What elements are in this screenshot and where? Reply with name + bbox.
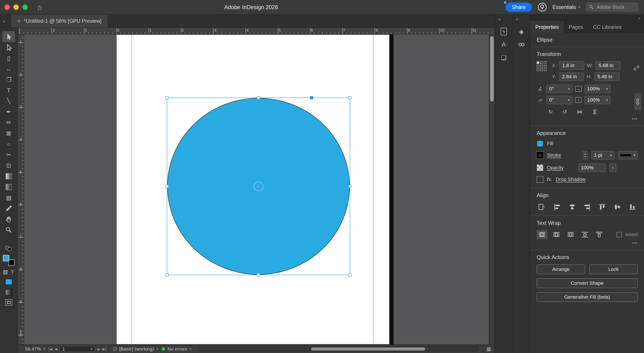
vertical-scrollbar[interactable] <box>489 35 495 344</box>
minimize-window-button[interactable] <box>14 5 19 10</box>
gradient-feather-tool[interactable] <box>2 182 15 192</box>
scale-x-combo[interactable]: 100% ▾ <box>584 85 610 93</box>
first-page-button[interactable]: ◀ <box>49 347 52 351</box>
rectangle-frame-tool[interactable]: ⊠ <box>2 128 15 139</box>
h-field[interactable]: 5.48 in <box>594 73 620 81</box>
scale-y-combo[interactable]: 100% ▾ <box>584 96 610 104</box>
gap-tool[interactable]: ↔ <box>2 64 15 74</box>
horizontal-scrollbar-thumb[interactable] <box>311 347 425 350</box>
formatting-affects-text-button[interactable]: T <box>11 270 14 275</box>
content-collector-tool[interactable]: ❐ <box>2 74 15 85</box>
document-tab[interactable]: × *Untitled-1 @ 56% [GPU Preview] <box>10 15 108 28</box>
share-button[interactable]: Share <box>506 3 532 12</box>
text-wrap-more-options[interactable]: ••• <box>537 241 638 246</box>
stroke-style-combo[interactable]: ▾ <box>618 151 638 160</box>
tab-pages[interactable]: Pages <box>564 21 588 33</box>
constrain-dimensions-link-icon[interactable] <box>633 65 640 71</box>
workspace-switcher[interactable]: Essentials ˅ <box>552 4 580 10</box>
rotation-angle-combo[interactable]: 0° ▾ <box>546 85 572 93</box>
vertical-scrollbar-thumb[interactable] <box>490 36 494 102</box>
opacity-expand-button[interactable]: › <box>610 164 616 172</box>
generative-fill-button[interactable]: Generative Fill (beta) <box>537 292 638 302</box>
preflight-status-dropdown[interactable]: No errors ˅ <box>162 346 192 352</box>
close-tab-icon[interactable]: × <box>17 18 20 24</box>
selection-bounding-box[interactable] <box>167 98 350 275</box>
pen-tool[interactable]: ✒ <box>2 107 15 117</box>
collapse-panel-icon[interactable]: » <box>638 16 640 21</box>
grid-view-icon[interactable]: ▦ <box>486 346 491 352</box>
no-text-wrap-button[interactable] <box>537 230 548 239</box>
rotate-90-cw-button[interactable]: ↻ <box>548 109 553 115</box>
selection-tool[interactable] <box>2 31 15 42</box>
wrap-around-bounding-box-button[interactable] <box>551 230 562 239</box>
zoom-tool[interactable] <box>2 225 15 235</box>
stroke-color-swatch[interactable] <box>537 152 544 159</box>
expand-panels-icon[interactable]: « <box>513 15 518 26</box>
gradient-swatch-tool[interactable] <box>2 171 15 182</box>
jump-object-button[interactable] <box>580 230 590 239</box>
x-field[interactable]: 1.6 in <box>559 61 584 70</box>
selection-handle-n[interactable] <box>257 96 260 99</box>
reference-point-proxy[interactable] <box>537 61 548 72</box>
layers-panel-icon[interactable]: ◈ <box>516 26 527 37</box>
canvas[interactable]: 1 2 3 4 5 6 7 8 9 10 <box>18 35 495 344</box>
hand-tool[interactable] <box>2 214 15 225</box>
selection-handle-s[interactable] <box>257 273 260 276</box>
links-panel-icon[interactable] <box>516 39 527 50</box>
jump-to-next-column-button[interactable] <box>594 230 605 239</box>
page-tool[interactable]: ▯ <box>2 53 15 64</box>
direct-selection-tool[interactable] <box>2 42 15 53</box>
selection-handle-w[interactable] <box>166 185 168 188</box>
last-page-button[interactable]: ▶ <box>103 347 106 351</box>
convert-shape-button[interactable]: Convert Shape <box>537 278 638 288</box>
preflight-profile-dropdown[interactable]: [Basic] (working) ˅ <box>113 346 158 352</box>
adobe-stock-search-input[interactable]: Adobe Stock <box>586 3 639 12</box>
selection-handle-ne[interactable] <box>348 96 352 99</box>
y-field[interactable]: 2.84 in <box>559 73 584 81</box>
stroke-weight-stepper[interactable]: ▴ ▾ <box>583 151 588 160</box>
opacity-link[interactable]: Opacity <box>547 165 564 171</box>
scissors-tool[interactable]: ✂ <box>2 149 15 160</box>
invert-checkbox[interactable] <box>616 232 622 237</box>
pencil-tool[interactable]: ✏ <box>2 117 15 128</box>
zoom-level-dropdown[interactable]: 56.47% ˅ <box>25 346 46 352</box>
character-styles-panel-icon[interactable]: A <box>498 39 510 50</box>
selection-handle-e[interactable] <box>348 185 352 188</box>
fill-proxy-swatch[interactable] <box>3 255 9 261</box>
shear-angle-combo[interactable]: 0° ▾ <box>546 96 572 104</box>
flip-horizontal-button[interactable]: ⋈ <box>577 109 582 115</box>
type-tool[interactable]: T <box>2 85 15 96</box>
align-right-edges-button[interactable] <box>582 202 592 211</box>
align-left-edges-button[interactable] <box>552 202 562 211</box>
tab-overflow-icon[interactable]: » <box>0 19 7 24</box>
horizontal-ruler[interactable]: 2 1 0 1 2 3 4 5 6 7 8 9 10 11 <box>18 28 495 35</box>
rotate-90-ccw-button[interactable]: ↺ <box>562 109 567 115</box>
page-number-dropdown[interactable]: 1 ˅ <box>60 346 95 352</box>
screen-mode-button[interactable] <box>5 299 12 305</box>
align-to-selector[interactable] <box>537 202 548 211</box>
formatting-affects-container-button[interactable] <box>3 270 8 274</box>
stroke-link[interactable]: Stroke <box>547 152 561 158</box>
lightning-page-panel-icon[interactable]: ϟ <box>498 26 510 37</box>
ellipse-tool[interactable]: ○ <box>2 139 15 149</box>
wrap-around-object-shape-button[interactable] <box>565 230 576 239</box>
free-transform-tool[interactable]: ⊡ <box>2 160 15 171</box>
align-top-edges-button[interactable] <box>597 202 608 211</box>
learn-lightbulb-icon[interactable] <box>537 2 547 12</box>
constrain-scale-link-icon[interactable] <box>634 93 641 110</box>
selection-handle-sw[interactable] <box>166 273 168 276</box>
fill-color-swatch[interactable] <box>537 140 544 147</box>
selection-handle-top-accent[interactable] <box>310 96 313 99</box>
fill-stroke-proxy[interactable] <box>3 255 14 266</box>
notes-tool[interactable]: ▤ <box>2 192 15 203</box>
home-icon[interactable]: ⌂ <box>38 4 42 11</box>
previous-page-button[interactable]: ◀ <box>54 347 57 351</box>
lock-button[interactable]: Lock <box>589 264 638 274</box>
close-window-button[interactable] <box>4 5 10 10</box>
vertical-ruler[interactable]: 1 2 3 4 5 6 7 8 9 10 <box>18 35 24 344</box>
zoom-window-button[interactable] <box>22 5 28 10</box>
apply-color-button[interactable] <box>5 279 12 285</box>
horizontal-scrollbar[interactable] <box>199 346 479 351</box>
pages-panel-icon[interactable]: ❏ <box>498 52 510 63</box>
default-fill-stroke-icon[interactable] <box>6 246 12 251</box>
